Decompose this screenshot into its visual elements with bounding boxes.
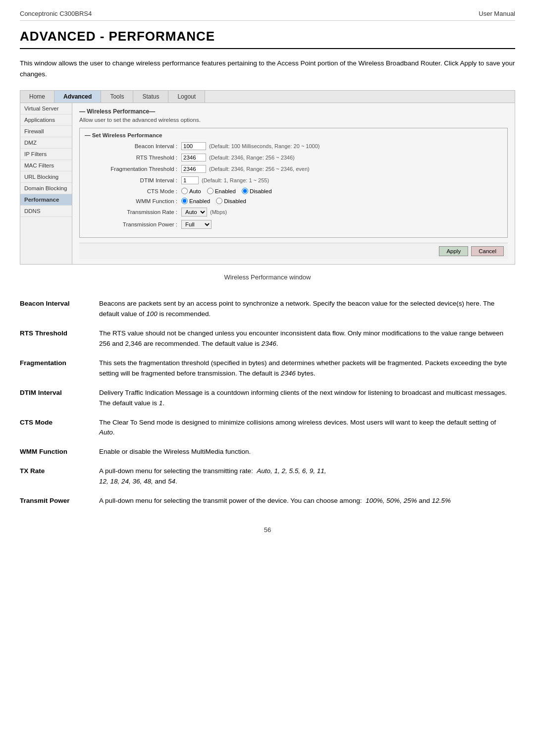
wmm-function-value: Enabled Disabled xyxy=(181,198,246,204)
fragmentation-threshold-value: (Default: 2346, Range: 256 ~ 2346, even) xyxy=(181,165,310,173)
sidebar-item-applications[interactable]: Applications xyxy=(20,114,72,126)
nav-logout[interactable]: Logout xyxy=(168,91,205,103)
def-rts-threshold: The RTS value should not be changed unle… xyxy=(99,324,515,354)
sidebar-item-performance[interactable]: Performance xyxy=(20,194,72,206)
cts-mode-disabled[interactable]: Disabled xyxy=(242,188,272,194)
fragmentation-threshold-hint: (Default: 2346, Range: 256 ~ 2346, even) xyxy=(209,166,310,172)
beacon-interval-row: Beacon Interval : (Default: 100 Millisec… xyxy=(85,142,502,150)
cts-mode-enabled[interactable]: Enabled xyxy=(207,188,236,194)
brand-label: Conceptronic C300BRS4 xyxy=(20,10,92,17)
table-row: RTS Threshold The RTS value should not b… xyxy=(20,324,515,354)
wmm-function-row: WMM Function : Enabled Disabled xyxy=(85,198,502,204)
transmission-rate-row: Transmission Rate : Auto 1 2 5.5 6 9 11 … xyxy=(85,208,502,216)
transmission-rate-select[interactable]: Auto 1 2 5.5 6 9 11 12 18 24 36 48 xyxy=(181,208,207,216)
term-cts-mode: CTS Mode xyxy=(20,414,99,443)
term-beacon-interval: Beacon Interval xyxy=(20,295,99,324)
wmm-disabled[interactable]: Disabled xyxy=(216,198,246,204)
page-description: This window allows the user to change wi… xyxy=(20,58,515,79)
table-row: Fragmentation This sets the fragmentatio… xyxy=(20,354,515,384)
figure-caption: Wireless Performance window xyxy=(20,273,515,281)
fieldset-legend: — Set Wireless Performance xyxy=(85,132,502,138)
rts-threshold-input[interactable] xyxy=(181,154,206,162)
sidebar-item-ip-filters[interactable]: IP Filters xyxy=(20,149,72,160)
dtim-interval-hint: (Default: 1, Range: 1 ~ 255) xyxy=(202,177,269,183)
apply-button[interactable]: Apply xyxy=(439,246,468,256)
beacon-interval-input[interactable] xyxy=(181,142,206,150)
table-row: WMM Function Enable or disable the Wirel… xyxy=(20,443,515,462)
table-row: CTS Mode The Clear To Send mode is desig… xyxy=(20,414,515,443)
cts-mode-row: CTS Mode : Auto Enabled Disabled xyxy=(85,188,502,194)
cts-auto-radio[interactable] xyxy=(181,188,188,194)
def-beacon-interval: Beacons are packets sent by an access po… xyxy=(99,295,515,324)
transmission-power-row: Transmission Power : Full 50% 25% 12.5% xyxy=(85,220,502,229)
nav-status[interactable]: Status xyxy=(133,91,168,103)
sidebar-item-mac-filters[interactable]: MAC Filters xyxy=(20,160,72,171)
term-wmm-function: WMM Function xyxy=(20,443,99,462)
fragmentation-threshold-label: Fragmentation Threshold : xyxy=(85,166,181,172)
table-row: DTIM Interval Delivery Traffic Indicatio… xyxy=(20,384,515,414)
router-ui-panel: Home Advanced Tools Status Logout Virtua… xyxy=(20,90,515,265)
term-fragmentation: Fragmentation xyxy=(20,354,99,384)
dtim-interval-row: DTIM Interval : (Default: 1, Range: 1 ~ … xyxy=(85,176,502,184)
manual-label: User Manual xyxy=(479,10,515,17)
table-row: TX Rate A pull-down menu for selecting t… xyxy=(20,462,515,492)
table-row: Beacon Interval Beacons are packets sent… xyxy=(20,295,515,324)
transmission-power-value: Full 50% 25% 12.5% xyxy=(181,220,212,229)
page-number: 56 xyxy=(20,526,515,534)
wmm-enabled-radio[interactable] xyxy=(181,198,188,204)
rts-threshold-row: RTS Threshold : (Default: 2346, Range: 2… xyxy=(85,154,502,162)
transmission-rate-label: Transmission Rate : xyxy=(85,209,181,215)
dtim-interval-value: (Default: 1, Range: 1 ~ 255) xyxy=(181,176,269,184)
wmm-disabled-radio[interactable] xyxy=(216,198,222,204)
dtim-interval-label: DTIM Interval : xyxy=(85,177,181,183)
sidebar-item-url-blocking[interactable]: URL Blocking xyxy=(20,171,72,183)
sidebar-item-dmz[interactable]: DMZ xyxy=(20,137,72,149)
header: Conceptronic C300BRS4 User Manual xyxy=(20,10,515,21)
def-wmm-function: Enable or disable the Wireless MultiMedi… xyxy=(99,443,515,462)
sidebar-item-ddns[interactable]: DDNS xyxy=(20,206,72,217)
rts-threshold-hint: (Default: 2346, Range: 256 ~ 2346) xyxy=(209,155,295,161)
cts-disabled-radio[interactable] xyxy=(242,188,248,194)
cts-mode-auto[interactable]: Auto xyxy=(181,188,201,194)
beacon-interval-label: Beacon Interval : xyxy=(85,143,181,149)
fragmentation-threshold-row: Fragmentation Threshold : (Default: 2346… xyxy=(85,165,502,173)
wmm-enabled[interactable]: Enabled xyxy=(181,198,210,204)
def-cts-mode: The Clear To Send mode is designed to mi… xyxy=(99,414,515,443)
nav-home[interactable]: Home xyxy=(20,91,54,103)
term-tx-rate: TX Rate xyxy=(20,462,99,492)
term-dtim-interval: DTIM Interval xyxy=(20,384,99,414)
fieldset-box: — Set Wireless Performance Beacon Interv… xyxy=(79,128,508,238)
rts-threshold-label: RTS Threshold : xyxy=(85,155,181,161)
cts-mode-value: Auto Enabled Disabled xyxy=(181,188,272,194)
fragmentation-threshold-input[interactable] xyxy=(181,165,206,173)
transmission-rate-unit: (Mbps) xyxy=(210,209,227,215)
page-title: ADVANCED - PERFORMANCE xyxy=(20,29,515,49)
beacon-interval-value: (Default: 100 Milliseconds, Range: 20 ~ … xyxy=(181,142,320,150)
cts-mode-label: CTS Mode : xyxy=(85,188,181,194)
cts-enabled-radio[interactable] xyxy=(207,188,214,194)
term-rts-threshold: RTS Threshold xyxy=(20,324,99,354)
button-row: Apply Cancel xyxy=(79,243,508,259)
main-content: Virtual Server Applications Firewall DMZ… xyxy=(20,103,515,264)
nav-tools[interactable]: Tools xyxy=(101,91,133,103)
def-fragmentation: This sets the fragmentation threshold (s… xyxy=(99,354,515,384)
sidebar-item-domain-blocking[interactable]: Domain Blocking xyxy=(20,183,72,194)
def-tx-rate: A pull-down menu for selecting the trans… xyxy=(99,462,515,492)
descriptions-table: Beacon Interval Beacons are packets sent… xyxy=(20,295,515,511)
dtim-interval-input[interactable] xyxy=(181,176,199,184)
sidebar-item-firewall[interactable]: Firewall xyxy=(20,126,72,137)
sidebar: Virtual Server Applications Firewall DMZ… xyxy=(20,103,72,264)
transmission-rate-value: Auto 1 2 5.5 6 9 11 12 18 24 36 48 xyxy=(181,208,227,216)
def-dtim-interval: Delivery Traffic Indication Message is a… xyxy=(99,384,515,414)
cancel-button[interactable]: Cancel xyxy=(471,246,504,256)
section-subtitle: Allow user to set the advanced wireless … xyxy=(79,117,508,123)
table-row: Transmit Power A pull-down menu for sele… xyxy=(20,492,515,511)
transmission-power-select[interactable]: Full 50% 25% 12.5% xyxy=(181,220,212,229)
content-area: — Wireless Performance— Allow user to se… xyxy=(72,103,515,264)
nav-advanced[interactable]: Advanced xyxy=(54,91,101,103)
term-transmit-power: Transmit Power xyxy=(20,492,99,511)
sidebar-item-virtual-server[interactable]: Virtual Server xyxy=(20,103,72,114)
def-transmit-power: A pull-down menu for selecting the trans… xyxy=(99,492,515,511)
beacon-interval-hint: (Default: 100 Milliseconds, Range: 20 ~ … xyxy=(209,143,320,149)
nav-bar: Home Advanced Tools Status Logout xyxy=(20,91,515,103)
